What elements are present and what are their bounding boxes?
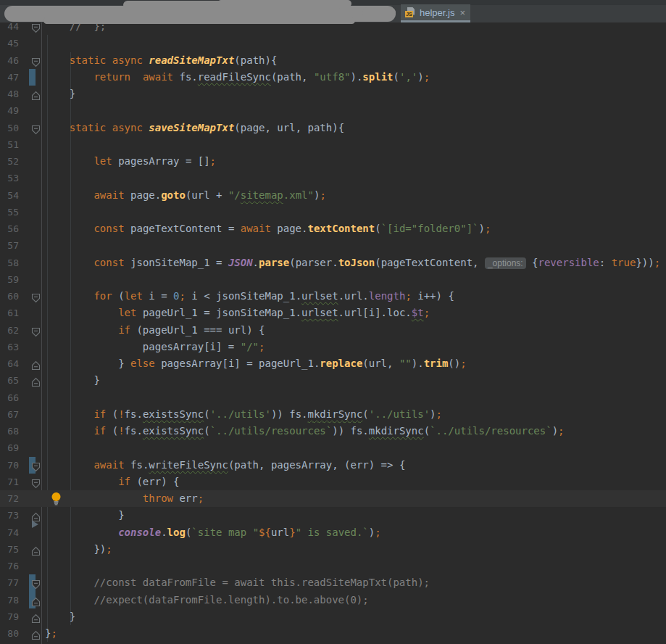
line-number[interactable]: 48 — [0, 86, 19, 102]
code-line[interactable]: 80}; — [0, 625, 666, 642]
fold-end-icon[interactable] — [31, 545, 41, 555]
fold-end-icon[interactable] — [31, 359, 41, 369]
line-number[interactable]: 69 — [0, 439, 19, 456]
line-number[interactable]: 67 — [0, 406, 19, 423]
code-line[interactable]: 76 — [0, 558, 666, 574]
code-line[interactable]: 71 if (err) { — [0, 474, 666, 490]
line-number[interactable]: 74 — [0, 524, 19, 541]
fold-collapse-icon[interactable] — [31, 477, 41, 487]
line-number[interactable]: 72 — [0, 490, 19, 507]
code-line[interactable]: 68 if (!fs.existsSync(`../utils/resource… — [0, 423, 666, 439]
code-line-text — [45, 35, 666, 51]
close-icon[interactable]: × — [459, 8, 465, 17]
fold-end-icon[interactable] — [31, 89, 41, 99]
gutter — [19, 339, 45, 355]
code-line[interactable]: 62 if (pageUrl_1 === url) { — [0, 322, 666, 339]
code-line[interactable]: 78 //expect(dataFromFile.length).to.be.a… — [0, 592, 666, 608]
line-number[interactable]: 46 — [0, 52, 19, 69]
code-line[interactable]: 48 } — [0, 86, 666, 102]
fold-collapse-icon[interactable] — [31, 56, 41, 66]
fold-collapse-icon[interactable] — [31, 292, 41, 302]
line-number[interactable]: 65 — [0, 372, 19, 389]
fold-end-icon[interactable] — [31, 511, 41, 521]
line-number[interactable]: 75 — [0, 541, 19, 558]
code-line-text — [45, 204, 666, 220]
code-line-text — [45, 102, 666, 119]
line-number[interactable]: 50 — [0, 120, 19, 136]
code-line-text: throw err; — [45, 490, 666, 507]
code-line[interactable]: 45 — [0, 35, 666, 51]
code-line[interactable]: 79 } — [0, 608, 666, 625]
code-line[interactable]: 53 — [0, 170, 666, 186]
line-number[interactable]: 57 — [0, 237, 19, 254]
fold-end-icon[interactable] — [31, 612, 41, 622]
line-number[interactable]: 45 — [0, 35, 19, 51]
line-number[interactable]: 79 — [0, 608, 19, 625]
code-line[interactable]: 69 — [0, 439, 666, 456]
code-line[interactable]: 56 const pageTextContent = await page.te… — [0, 220, 666, 237]
code-line[interactable]: 73 } — [0, 507, 666, 524]
code-line[interactable]: 64 } else pagesArray[i] = pageUrl_1.repl… — [0, 355, 666, 372]
code-line[interactable]: 47 return await fs.readFileSync(path, "u… — [0, 69, 666, 86]
line-number[interactable]: 73 — [0, 507, 19, 524]
code-line[interactable]: 61 let pageUrl_1 = jsonSiteMap_1.urlset.… — [0, 305, 666, 321]
line-number[interactable]: 52 — [0, 153, 19, 170]
line-number[interactable]: 80 — [0, 625, 19, 642]
code-line[interactable]: 63 pagesArray[i] = "/"; — [0, 339, 666, 355]
code-line[interactable]: 65 } — [0, 372, 666, 389]
code-editor[interactable]: 44 // };4546 static async readSiteMapTxt… — [0, 0, 666, 644]
code-line[interactable]: 67 if (!fs.existsSync('../utils')) fs.mk… — [0, 406, 666, 423]
fold-end-icon[interactable] — [31, 595, 41, 606]
fold-collapse-icon[interactable] — [31, 22, 41, 32]
code-line[interactable]: 50 static async saveSiteMapTxt(page, url… — [0, 120, 666, 136]
fold-collapse-icon[interactable] — [31, 326, 41, 336]
code-line[interactable]: 55 — [0, 204, 666, 220]
line-number[interactable]: 64 — [0, 355, 19, 372]
code-line[interactable]: 51 — [0, 136, 666, 153]
line-number[interactable]: 47 — [0, 69, 19, 86]
code-line[interactable]: 58 const jsonSiteMap_1 = JSON.parse(pars… — [0, 255, 666, 271]
code-line[interactable]: 52 let pagesArray = []; — [0, 153, 666, 170]
line-number[interactable]: 70 — [0, 457, 19, 474]
line-number[interactable]: 61 — [0, 305, 19, 321]
line-number[interactable]: 77 — [0, 574, 19, 591]
gutter — [19, 102, 45, 119]
fold-collapse-icon[interactable] — [31, 123, 41, 133]
gutter — [19, 474, 45, 490]
line-number[interactable]: 53 — [0, 170, 19, 186]
line-number[interactable]: 76 — [0, 558, 19, 574]
code-line[interactable]: 66 — [0, 389, 666, 406]
line-number[interactable]: 60 — [0, 288, 19, 305]
line-number[interactable]: 66 — [0, 389, 19, 406]
fold-collapse-icon[interactable] — [31, 578, 41, 588]
fold-end-icon[interactable] — [31, 629, 41, 639]
code-line[interactable]: 46 static async readSiteMapTxt(path){ — [0, 52, 666, 69]
tab-helper-js[interactable]: JS helper.js × — [401, 4, 470, 22]
code-line[interactable]: 59 — [0, 271, 666, 288]
code-line-text: } — [45, 507, 666, 524]
line-number[interactable]: 68 — [0, 423, 19, 439]
code-line-text: if (pageUrl_1 === url) { — [45, 322, 666, 339]
code-line[interactable]: 49 — [0, 102, 666, 119]
code-line[interactable]: 57 — [0, 237, 666, 254]
code-line[interactable]: 72 throw err; — [0, 490, 666, 507]
line-number[interactable]: 55 — [0, 204, 19, 220]
code-line[interactable]: 54 await page.goto(url + "/sitemap.xml")… — [0, 187, 666, 204]
line-number[interactable]: 71 — [0, 474, 19, 490]
code-line[interactable]: 77 //const dataFromFile = await this.rea… — [0, 574, 666, 591]
line-number[interactable]: 56 — [0, 220, 19, 237]
line-number[interactable]: 78 — [0, 592, 19, 608]
code-line[interactable]: 75 }); — [0, 541, 666, 558]
line-number[interactable]: 49 — [0, 102, 19, 119]
fold-collapse-icon[interactable] — [31, 461, 41, 471]
line-number[interactable]: 62 — [0, 322, 19, 339]
line-number[interactable]: 58 — [0, 255, 19, 271]
code-line[interactable]: 60 for (let i = 0; i < jsonSiteMap_1.url… — [0, 288, 666, 305]
line-number[interactable]: 51 — [0, 136, 19, 153]
line-number[interactable]: 59 — [0, 271, 19, 288]
code-line[interactable]: 70 await fs.writeFileSync(path, pagesArr… — [0, 457, 666, 474]
fold-end-icon[interactable] — [31, 376, 41, 386]
code-line[interactable]: 74 console.log(`site map "${url}" is sav… — [0, 524, 666, 541]
line-number[interactable]: 54 — [0, 187, 19, 204]
line-number[interactable]: 63 — [0, 339, 19, 355]
